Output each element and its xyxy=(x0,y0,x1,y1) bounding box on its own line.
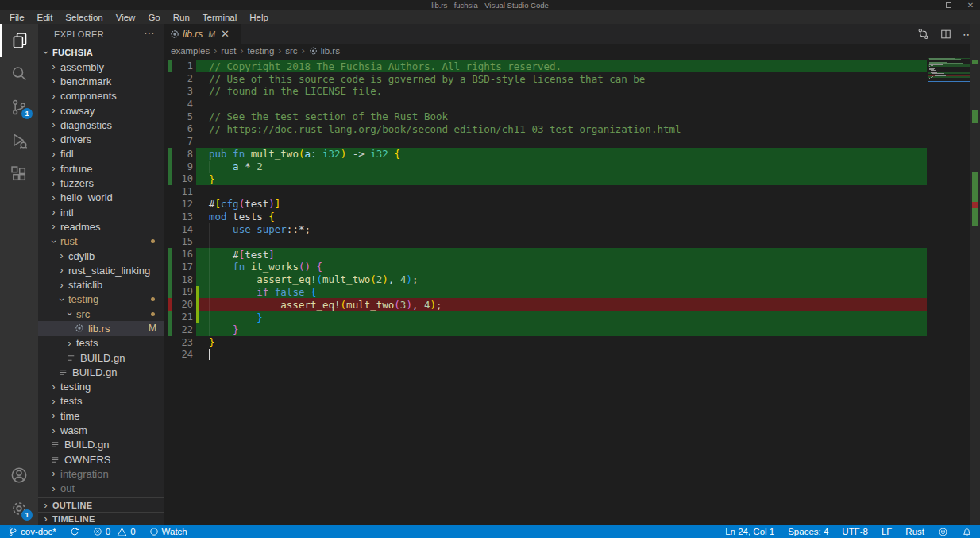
breadcrumb-item-src[interactable]: src xyxy=(285,46,297,56)
git-branch-status[interactable]: cov-doc* xyxy=(8,527,56,536)
search-icon[interactable] xyxy=(0,57,38,91)
tree-item-integration[interactable]: ›integration xyxy=(38,466,164,481)
tree-item-tests[interactable]: ›tests xyxy=(38,394,164,408)
tree-item-testing[interactable]: ›testing xyxy=(38,380,164,394)
tree-item-fidl[interactable]: ›fidl xyxy=(38,147,164,161)
line-number[interactable]: 21 xyxy=(172,312,193,323)
code-line-21[interactable]: 21 } xyxy=(164,311,970,323)
tree-item-time[interactable]: ›time xyxy=(38,408,164,423)
open-changes-icon[interactable] xyxy=(917,28,929,40)
tree-item-intl[interactable]: ›intl xyxy=(38,205,164,219)
menu-item-file[interactable]: File xyxy=(3,13,31,22)
breadcrumb-item-examples[interactable]: examples xyxy=(171,46,210,56)
tree-item-out[interactable]: ›out xyxy=(38,482,164,496)
tree-item-components[interactable]: ›components xyxy=(38,89,164,103)
tree-item-readmes[interactable]: ›readmes xyxy=(38,219,164,234)
breadcrumb-item-lib-rs[interactable]: lib.rs xyxy=(321,46,340,56)
indentation-status[interactable]: Spaces: 4 xyxy=(788,527,828,536)
line-number[interactable]: 15 xyxy=(172,236,193,247)
feedback-icon[interactable] xyxy=(938,527,948,537)
code-line-13[interactable]: 13mod tests { xyxy=(164,211,970,223)
menu-item-run[interactable]: Run xyxy=(167,13,196,22)
breadcrumb-item-testing[interactable]: testing xyxy=(247,46,274,56)
line-number[interactable]: 17 xyxy=(172,261,193,273)
encoding-status[interactable]: UTF-8 xyxy=(842,527,868,536)
code-line-6[interactable]: 6// https://doc.rust-lang.org/book/secon… xyxy=(164,122,970,135)
tab-lib-rs[interactable]: lib.rs M ✕ xyxy=(164,24,241,44)
code-line-2[interactable]: 2// Use of this source code is governed … xyxy=(164,72,970,85)
code-line-8[interactable]: 8pub fn mult_two(a: i32) -> i32 { xyxy=(164,148,970,161)
code-line-3[interactable]: 3// found in the LICENSE file. xyxy=(164,85,970,98)
code-line-24[interactable]: 24 xyxy=(164,348,970,361)
code-line-7[interactable]: 7 xyxy=(164,135,970,148)
line-number[interactable]: 2 xyxy=(172,73,193,84)
account-icon[interactable] xyxy=(0,459,38,492)
menu-item-help[interactable]: Help xyxy=(243,13,275,22)
maximize-icon[interactable] xyxy=(943,0,953,10)
tree-item-fortune[interactable]: ›fortune xyxy=(38,161,164,176)
code-line-9[interactable]: 9 a * 2 xyxy=(164,161,970,173)
tree-item-build-gn[interactable]: BUILD.gn xyxy=(38,350,164,365)
sync-status[interactable] xyxy=(70,527,79,536)
line-number[interactable]: 19 xyxy=(172,286,193,297)
line-number[interactable]: 18 xyxy=(172,274,193,285)
line-number[interactable]: 5 xyxy=(172,111,193,122)
menu-item-go[interactable]: Go xyxy=(141,13,166,22)
source-control-icon[interactable]: 1 xyxy=(0,91,38,124)
tree-item-drivers[interactable]: ›drivers xyxy=(38,132,164,146)
minimize-icon[interactable]: – xyxy=(921,0,931,10)
cursor-position-status[interactable]: Ln 24, Col 1 xyxy=(725,527,774,536)
breadcrumb-item-rust[interactable]: rust xyxy=(221,46,236,56)
tree-item-cowsay[interactable]: ›cowsay xyxy=(38,103,164,118)
tree-item-rust[interactable]: ›rust xyxy=(38,234,164,249)
menu-item-terminal[interactable]: Terminal xyxy=(196,13,243,22)
extensions-icon[interactable] xyxy=(0,157,38,191)
line-number[interactable]: 14 xyxy=(172,224,193,235)
eol-status[interactable]: LF xyxy=(882,527,892,536)
code-line-20[interactable]: 20 assert_eq!(mult_two(3), 4); xyxy=(164,298,970,311)
line-number[interactable]: 6 xyxy=(172,123,193,134)
coverage-watch-status[interactable]: Watch xyxy=(149,527,187,536)
code-line-16[interactable]: 16 #[test] xyxy=(164,248,970,261)
timeline-pane-header[interactable]: › TIMELINE xyxy=(38,512,164,525)
tree-item-testing[interactable]: ›testing xyxy=(38,292,164,307)
run-debug-icon[interactable] xyxy=(0,124,38,157)
line-number[interactable]: 13 xyxy=(172,211,193,223)
tree-item-owners[interactable]: OWNERS xyxy=(38,452,164,466)
line-number[interactable]: 12 xyxy=(172,199,193,210)
tree-item-fuzzers[interactable]: ›fuzzers xyxy=(38,176,164,190)
code-line-11[interactable]: 11 xyxy=(164,185,970,198)
menu-item-selection[interactable]: Selection xyxy=(59,13,109,22)
tree-item-tests[interactable]: ›tests xyxy=(38,336,164,350)
line-number[interactable]: 8 xyxy=(172,149,193,160)
code-line-10[interactable]: 10} xyxy=(164,173,970,186)
tree-item-hello-world[interactable]: ›hello_world xyxy=(38,191,164,205)
problems-status[interactable]: 0 0 xyxy=(93,527,136,537)
tree-item-assembly[interactable]: ›assembly xyxy=(38,60,164,74)
overview-ruler[interactable] xyxy=(970,24,980,525)
code-line-14[interactable]: 14 use super::*; xyxy=(164,223,970,236)
minimap[interactable] xyxy=(928,58,970,82)
tree-item-lib-rs[interactable]: lib.rsM xyxy=(38,321,164,335)
tree-item-build-gn[interactable]: BUILD.gn xyxy=(38,438,164,452)
code-line-15[interactable]: 15 xyxy=(164,235,970,248)
settings-gear-icon[interactable]: 1 xyxy=(0,492,38,525)
tab-close-icon[interactable]: ✕ xyxy=(221,28,230,40)
menu-item-edit[interactable]: Edit xyxy=(31,13,60,22)
line-number[interactable]: 10 xyxy=(172,173,193,184)
code-line-4[interactable]: 4 xyxy=(164,98,970,110)
line-number[interactable]: 24 xyxy=(172,349,193,360)
code-line-22[interactable]: 22 } xyxy=(164,323,970,336)
tree-item-src[interactable]: ›src xyxy=(38,307,164,321)
code-line-5[interactable]: 5// See the test section of the Rust Boo… xyxy=(164,110,970,123)
line-number[interactable]: 1 xyxy=(172,60,193,72)
menu-item-view[interactable]: View xyxy=(110,13,142,22)
views-and-more-actions-icon[interactable]: ⋯ xyxy=(144,26,155,39)
tree-item-cdylib[interactable]: ›cdylib xyxy=(38,249,164,263)
line-number[interactable]: 3 xyxy=(172,86,193,97)
language-mode-status[interactable]: Rust xyxy=(905,527,924,536)
tree-item-wasm[interactable]: ›wasm xyxy=(38,423,164,437)
line-number[interactable]: 20 xyxy=(172,299,193,310)
code-line-1[interactable]: 1// Copyright 2018 The Fuchsia Authors. … xyxy=(164,60,970,73)
line-number[interactable]: 9 xyxy=(172,161,193,172)
